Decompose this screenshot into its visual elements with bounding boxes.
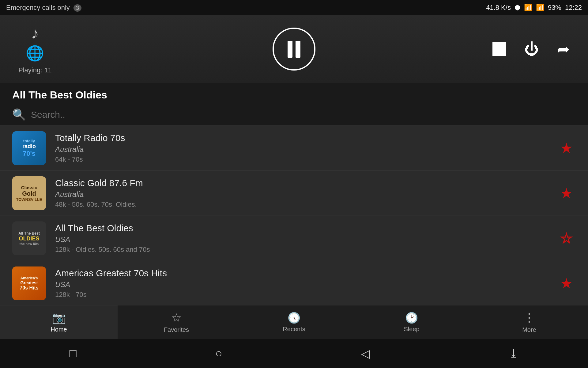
station-info: Classic Gold 87.6 Fm Australia 48k - 50s… bbox=[55, 178, 548, 209]
recents-label: Recents bbox=[283, 326, 305, 333]
search-bar: 🔍 bbox=[0, 104, 588, 126]
favorite-button[interactable]: ★ bbox=[557, 182, 576, 205]
search-input[interactable] bbox=[31, 109, 576, 120]
favorites-icon: ☆ bbox=[171, 311, 182, 324]
station-logo-totally-radio: totally radio 70's bbox=[12, 131, 46, 165]
station-bitrate: 64k - 70s bbox=[55, 155, 548, 163]
stop-icon bbox=[492, 42, 506, 56]
stop-button[interactable] bbox=[492, 42, 506, 56]
sleep-label: Sleep bbox=[404, 326, 419, 333]
home-icon: 📷 bbox=[52, 311, 66, 324]
station-item[interactable]: All The Best OLDIES the new 80s All The … bbox=[0, 216, 588, 261]
android-nav: □ ○ ◁ ⤓ bbox=[0, 339, 588, 368]
bottom-nav: 📷 Home ☆ Favorites 🕔 Recents 🕑 Sleep ⋮ M… bbox=[0, 305, 588, 339]
recents-icon: 🕔 bbox=[288, 312, 300, 324]
station-list: totally radio 70's Totally Radio 70s Aus… bbox=[0, 126, 588, 306]
station-info: Americas Greatest 70s Hits USA 128k - 70… bbox=[55, 268, 548, 299]
home-label: Home bbox=[51, 326, 67, 333]
player-bar: ♪ 🌐 Playing: 11 ⏻ ➦ bbox=[0, 15, 588, 83]
power-button[interactable]: ⏻ bbox=[524, 41, 539, 58]
station-bitrate: 128k - 70s bbox=[55, 291, 548, 299]
sleep-icon: 🕑 bbox=[405, 312, 418, 324]
android-recent-button[interactable]: □ bbox=[70, 347, 77, 360]
more-label: More bbox=[522, 326, 536, 333]
current-station-name: All The Best Oldies bbox=[12, 89, 107, 101]
more-icon: ⋮ bbox=[523, 311, 535, 324]
station-country: USA bbox=[55, 280, 548, 289]
playing-label: Playing: 11 bbox=[18, 66, 52, 74]
station-info: Totally Radio 70s Australia 64k - 70s bbox=[55, 133, 548, 163]
android-home-button[interactable]: ○ bbox=[215, 347, 222, 360]
pause-button[interactable] bbox=[273, 28, 315, 71]
station-country: Australia bbox=[55, 190, 548, 199]
station-title-bar: All The Best Oldies bbox=[0, 83, 588, 104]
station-bitrate: 128k - Oldies. 50s. 60s and 70s bbox=[55, 246, 548, 254]
station-logo-all-best-oldies: All The Best OLDIES the new 80s bbox=[12, 221, 46, 255]
station-item[interactable]: America's Greatest 70s Hits Americas Gre… bbox=[0, 261, 588, 306]
music-note-icon: ♪ bbox=[31, 24, 39, 42]
station-info: All The Best Oldies USA 128k - Oldies. 5… bbox=[55, 223, 548, 254]
pause-bar-right bbox=[296, 41, 300, 58]
favorites-label: Favorites bbox=[164, 326, 189, 333]
nav-item-favorites[interactable]: ☆ Favorites bbox=[118, 305, 235, 339]
share-button[interactable]: ➦ bbox=[557, 40, 570, 58]
favorite-button[interactable]: ★ bbox=[557, 137, 576, 159]
station-logo-classic-gold: Classic Gold TOWNSVILLE bbox=[12, 176, 46, 210]
wifi-icon: 📶 bbox=[536, 4, 544, 12]
globe-icon: 🌐 bbox=[26, 45, 44, 62]
search-icon: 🔍 bbox=[12, 108, 26, 121]
bluetooth-icon: ⬢ bbox=[514, 4, 520, 12]
clock: 12:22 bbox=[565, 4, 582, 12]
emergency-calls-label: Emergency calls only bbox=[6, 4, 70, 11]
signal-icon: 📶 bbox=[524, 4, 532, 12]
status-right: 41.8 K/s ⬢ 📶 📶 93% 12:22 bbox=[486, 4, 582, 12]
station-country: Australia bbox=[55, 145, 548, 154]
emergency-text: Emergency calls only 3 bbox=[6, 4, 81, 12]
android-back-button[interactable]: ◁ bbox=[361, 347, 370, 360]
nav-item-home[interactable]: 📷 Home bbox=[0, 305, 118, 339]
notification-badge: 3 bbox=[74, 4, 81, 12]
network-speed: 41.8 K/s bbox=[486, 4, 511, 12]
station-name: All The Best Oldies bbox=[55, 223, 548, 233]
station-name: Totally Radio 70s bbox=[55, 133, 548, 143]
player-center bbox=[273, 28, 315, 71]
favorite-button[interactable]: ★ bbox=[557, 272, 576, 295]
battery-level: 93% bbox=[548, 4, 561, 12]
station-name: Americas Greatest 70s Hits bbox=[55, 268, 548, 278]
nav-item-recents[interactable]: 🕔 Recents bbox=[235, 305, 353, 339]
pause-bar-left bbox=[288, 41, 292, 58]
android-down-button[interactable]: ⤓ bbox=[509, 347, 518, 360]
station-item[interactable]: totally radio 70's Totally Radio 70s Aus… bbox=[0, 126, 588, 171]
player-left: ♪ 🌐 Playing: 11 bbox=[18, 24, 52, 74]
station-name: Classic Gold 87.6 Fm bbox=[55, 178, 548, 188]
status-bar: Emergency calls only 3 41.8 K/s ⬢ 📶 📶 93… bbox=[0, 0, 588, 15]
nav-item-more[interactable]: ⋮ More bbox=[470, 305, 588, 339]
pause-icon bbox=[288, 41, 300, 58]
player-right: ⏻ ➦ bbox=[492, 40, 570, 58]
station-bitrate: 48k - 50s. 60s. 70s. Oldies. bbox=[55, 201, 548, 209]
station-item[interactable]: Classic Gold TOWNSVILLE Classic Gold 87.… bbox=[0, 171, 588, 216]
nav-item-sleep[interactable]: 🕑 Sleep bbox=[353, 305, 470, 339]
favorite-button[interactable]: ☆ bbox=[557, 227, 576, 250]
station-logo-americas: America's Greatest 70s Hits bbox=[12, 266, 46, 300]
station-country: USA bbox=[55, 235, 548, 244]
